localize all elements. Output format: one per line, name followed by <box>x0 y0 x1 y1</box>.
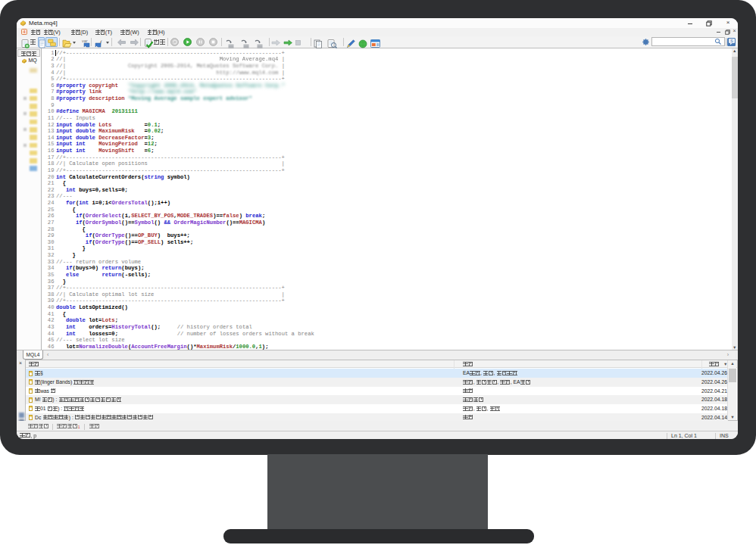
svg-text:var: var <box>82 39 89 43</box>
svg-text:4: 4 <box>23 30 25 34</box>
